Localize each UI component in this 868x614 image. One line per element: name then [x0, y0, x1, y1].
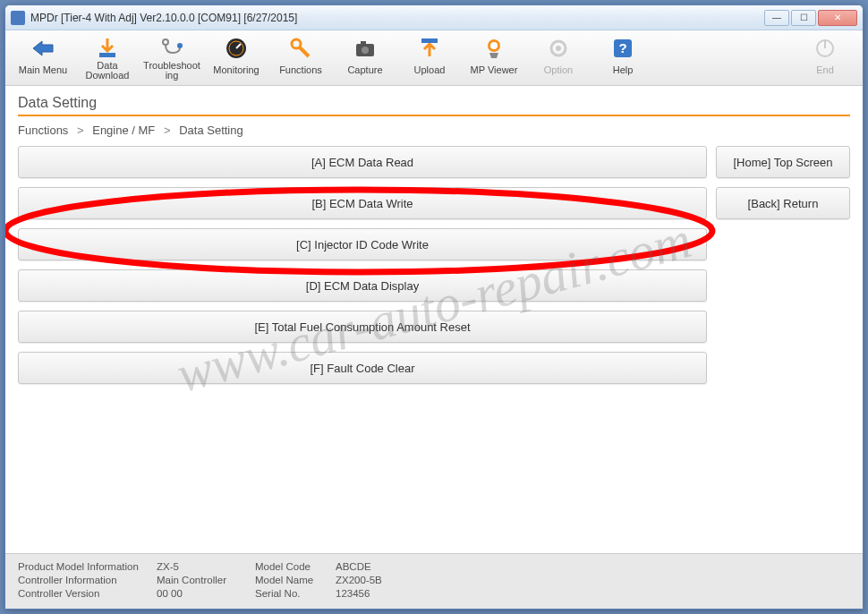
svg-point-2	[177, 43, 183, 48]
mp-viewer-button[interactable]: MP Viewer	[462, 32, 526, 84]
gear-icon	[544, 36, 573, 61]
capture-button[interactable]: Capture	[333, 32, 397, 84]
side-button-list: [Home] Top Screen [Back] Return	[716, 146, 850, 384]
status-bar: Product Model Information ZX-5 Model Cod…	[5, 553, 863, 609]
chevron-right-icon: >	[77, 124, 84, 137]
page-content: Data Setting Functions > Engine / MF > D…	[5, 86, 863, 391]
status-label: Controller Information	[18, 575, 157, 585]
download-icon	[93, 36, 122, 61]
data-download-button[interactable]: Data Download	[75, 32, 140, 84]
home-arrow-icon	[29, 36, 57, 61]
status-label: Model Name	[255, 575, 336, 585]
power-icon	[811, 36, 839, 61]
gauge-icon	[222, 36, 251, 61]
troubleshooting-button[interactable]: Troubleshoot ing	[140, 32, 204, 84]
svg-rect-9	[421, 38, 438, 43]
breadcrumb-item[interactable]: Functions	[18, 124, 68, 137]
status-value: ABCDE	[336, 561, 434, 572]
close-button[interactable]: ✕	[818, 10, 857, 26]
svg-point-7	[362, 47, 369, 54]
functions-button[interactable]: Functions	[268, 32, 333, 84]
wrench-icon	[286, 36, 315, 61]
option-button[interactable]: Option	[526, 32, 591, 84]
status-label: Product Model Information	[18, 561, 157, 572]
monitoring-button[interactable]: Monitoring	[204, 32, 268, 84]
titlebar: MPDr [Tier-4 With Adj] Ver2.10.0.0 [COM9…	[5, 5, 863, 30]
fuel-consumption-reset-button[interactable]: [E] Total Fuel Consumption Amount Reset	[18, 311, 707, 343]
maximize-button[interactable]: ☐	[791, 10, 816, 26]
svg-point-1	[163, 39, 168, 45]
injector-id-code-write-button[interactable]: [C] Injector ID Code Write	[18, 228, 707, 260]
status-value: ZX200-5B	[336, 575, 434, 585]
stethoscope-icon	[157, 36, 186, 61]
ecm-data-write-button[interactable]: [B] ECM Data Write	[18, 187, 707, 219]
breadcrumb-item[interactable]: Engine / MF	[92, 124, 155, 137]
chevron-right-icon: >	[164, 124, 171, 137]
svg-point-11	[490, 42, 498, 49]
status-value: ZX-5	[157, 561, 255, 572]
fault-code-clear-button[interactable]: [F] Fault Code Clear	[18, 352, 707, 384]
main-menu-button[interactable]: Main Menu	[11, 32, 75, 84]
window-title: MPDr [Tier-4 With Adj] Ver2.10.0.0 [COM9…	[30, 12, 764, 24]
breadcrumb: Functions > Engine / MF > Data Setting	[18, 124, 850, 137]
status-label: Serial No.	[255, 588, 336, 599]
content-area: [A] ECM Data Read [B] ECM Data Write [C]…	[18, 146, 850, 384]
toolbar: Main Menu Data Download Troubleshoot ing…	[5, 30, 863, 86]
help-button[interactable]: ? Help	[591, 32, 655, 84]
status-value: 00 00	[157, 588, 255, 599]
back-return-button[interactable]: [Back] Return	[716, 187, 850, 219]
status-value: Main Controller	[157, 575, 255, 585]
ecm-data-read-button[interactable]: [A] ECM Data Read	[18, 146, 707, 178]
window-controls: — ☐ ✕	[764, 10, 857, 26]
ecm-data-display-button[interactable]: [D] ECM Data Display	[18, 269, 707, 302]
upload-button[interactable]: Upload	[397, 32, 462, 84]
camera-icon	[351, 36, 379, 61]
upload-icon	[415, 36, 444, 61]
main-button-list: [A] ECM Data Read [B] ECM Data Write [C]…	[18, 146, 707, 384]
end-button[interactable]: End	[793, 32, 857, 84]
home-top-screen-button[interactable]: [Home] Top Screen	[716, 146, 850, 178]
breadcrumb-item: Data Setting	[179, 124, 243, 137]
help-icon: ?	[608, 36, 637, 61]
svg-rect-8	[361, 41, 366, 45]
status-label: Model Code	[255, 561, 336, 572]
app-icon	[11, 11, 25, 25]
status-label: Controller Version	[18, 588, 157, 599]
svg-point-13	[556, 46, 561, 51]
svg-rect-0	[99, 53, 115, 57]
app-window: MPDr [Tier-4 With Adj] Ver2.10.0.0 [COM9…	[4, 4, 864, 610]
page-title: Data Setting	[18, 93, 850, 116]
viewer-icon	[480, 36, 508, 61]
minimize-button[interactable]: —	[764, 10, 789, 26]
status-value: 123456	[336, 588, 434, 599]
svg-text:?: ?	[618, 40, 626, 55]
